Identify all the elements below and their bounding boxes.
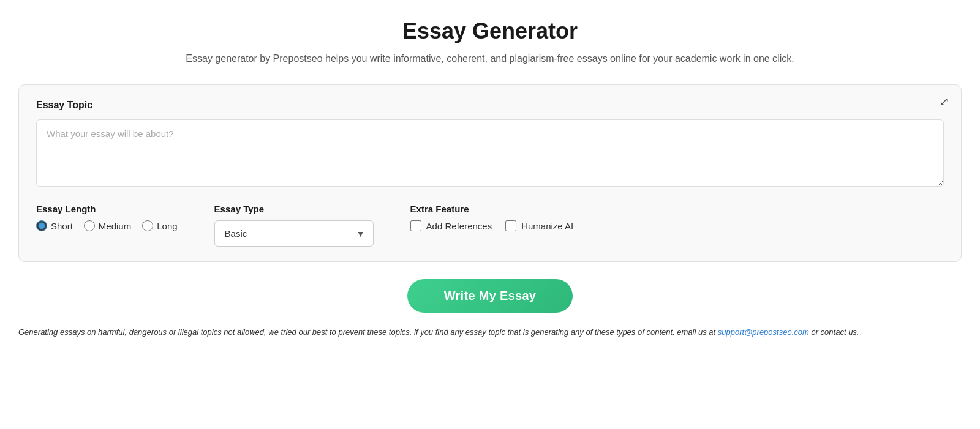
radio-item-short[interactable]: Short	[36, 220, 73, 231]
essay-type-select-wrapper: Basic Argumentative Expository Narrative…	[214, 220, 374, 247]
checkbox-add-references-label: Add References	[426, 221, 492, 231]
essay-length-radio-group: Short Medium Long	[36, 220, 178, 231]
write-essay-button[interactable]: Write My Essay	[407, 279, 573, 313]
radio-medium-label: Medium	[99, 221, 131, 231]
main-card: ⤢ Essay Topic Essay Length Short Medium	[18, 84, 962, 262]
submit-section: Write My Essay	[18, 279, 962, 313]
checkbox-item-humanize-ai[interactable]: Humanize AI	[505, 220, 573, 231]
extra-feature-group: Extra Feature Add References Humanize AI	[410, 204, 574, 231]
essay-type-group: Essay Type Basic Argumentative Expositor…	[214, 204, 374, 247]
essay-topic-input[interactable]	[36, 119, 944, 187]
radio-long-label: Long	[157, 221, 177, 231]
checkbox-add-references[interactable]	[410, 220, 421, 231]
page-container: Essay Generator Essay generator by Prepo…	[18, 18, 962, 339]
essay-type-select[interactable]: Basic Argumentative Expository Narrative…	[214, 220, 374, 247]
radio-short-label: Short	[51, 221, 73, 231]
radio-item-long[interactable]: Long	[142, 220, 177, 231]
page-subtitle: Essay generator by Prepostseo helps you …	[18, 51, 962, 66]
radio-item-medium[interactable]: Medium	[84, 220, 131, 231]
checkbox-item-add-references[interactable]: Add References	[410, 220, 492, 231]
radio-medium[interactable]	[84, 220, 95, 231]
header: Essay Generator Essay generator by Prepo…	[18, 18, 962, 66]
extra-feature-label: Extra Feature	[410, 204, 574, 214]
essay-length-group: Essay Length Short Medium Long	[36, 204, 178, 231]
checkbox-humanize-ai[interactable]	[505, 220, 516, 231]
options-row: Essay Length Short Medium Long	[36, 204, 944, 247]
disclaimer-text-after: or contact us.	[809, 327, 859, 337]
page-title: Essay Generator	[18, 18, 962, 44]
essay-length-label: Essay Length	[36, 204, 178, 214]
essay-type-label: Essay Type	[214, 204, 374, 214]
disclaimer-text-before: Generating essays on harmful, dangerous …	[18, 327, 718, 337]
radio-short[interactable]	[36, 220, 47, 231]
checkbox-group: Add References Humanize AI	[410, 220, 574, 231]
disclaimer-email-link[interactable]: support@prepostseo.com	[718, 327, 809, 337]
checkbox-humanize-ai-label: Humanize AI	[521, 221, 573, 231]
expand-icon[interactable]: ⤢	[940, 95, 949, 108]
essay-topic-label: Essay Topic	[36, 100, 944, 111]
disclaimer: Generating essays on harmful, dangerous …	[18, 326, 962, 339]
radio-long[interactable]	[142, 220, 153, 231]
